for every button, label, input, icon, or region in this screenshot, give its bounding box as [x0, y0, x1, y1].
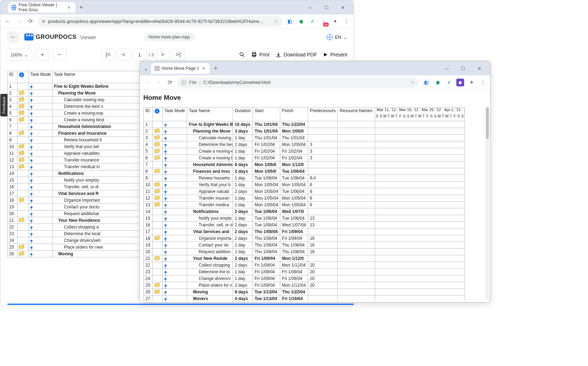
- close-button[interactable]: ✕: [474, 66, 485, 71]
- close-tab-icon[interactable]: ×: [201, 66, 206, 71]
- zoom-select[interactable]: 100%⌄: [7, 49, 32, 61]
- table-row[interactable]: 21Your New Reside2 daysFri 1/09/04Mon 1/…: [144, 255, 465, 262]
- cell-note: [153, 188, 163, 195]
- table-row[interactable]: 22Collect shopping2 daysFri 1/09/04Mon 1…: [144, 262, 465, 269]
- cell-predecessors: [308, 121, 337, 128]
- language-selector[interactable]: EN ⌄: [326, 34, 347, 40]
- extensions-button[interactable]: ✦: [468, 79, 475, 86]
- cell-duration: 6 days: [233, 161, 253, 168]
- url-input[interactable]: ⊕ products.groupdocs.app/viewer/app/?lan…: [38, 16, 282, 27]
- feedback-tab[interactable]: Feedback: [0, 94, 7, 116]
- maximize-button[interactable]: ☐: [458, 66, 468, 71]
- extension-icon[interactable]: ⌂16: [320, 18, 328, 25]
- reload-button[interactable]: ⟳: [26, 18, 34, 25]
- logo[interactable]: GROUPDOCS Viewer: [24, 33, 96, 41]
- maximize-button[interactable]: ☐: [321, 5, 332, 10]
- zoom-in-button[interactable]: +: [36, 49, 49, 61]
- cell-id: 14: [144, 208, 153, 215]
- table-row[interactable]: 14Notifications2 daysTue 1/06/04Wed 1/07…: [144, 208, 465, 215]
- page-input[interactable]: [132, 49, 146, 61]
- minimize-button[interactable]: —: [305, 5, 316, 10]
- new-tab-button[interactable]: +: [211, 64, 220, 73]
- pin-icon: [30, 139, 32, 141]
- table-row[interactable]: 1Five to Eight Weeks B16 daysThu 1/01/04…: [144, 121, 465, 128]
- vertical-scrollbar[interactable]: [485, 107, 490, 299]
- url-input[interactable]: i File | C:/Downloads/myConverted.html ☆: [177, 77, 419, 88]
- zoom-out-button[interactable]: −: [53, 49, 66, 61]
- reload-button[interactable]: ⟳: [166, 79, 174, 86]
- back-button[interactable]: ←: [4, 18, 12, 25]
- kebab-menu-icon[interactable]: ⋮: [342, 18, 350, 25]
- table-row[interactable]: 20Request addition1 dayThu 1/08/04Thu 1/…: [144, 249, 465, 255]
- new-tab-button[interactable]: +: [77, 3, 86, 12]
- cell-task-mode: [163, 202, 187, 208]
- table-row[interactable]: 5Create a moving-e1 dayFri 1/02/04Fri 1/…: [144, 148, 465, 155]
- search-button[interactable]: [239, 51, 245, 58]
- table-row[interactable]: 8Finances and Insu2 daysMon 1/05/0Tue 1/…: [144, 168, 465, 175]
- extension-icon[interactable]: ◉: [297, 18, 305, 25]
- kebab-menu-icon[interactable]: ⋮: [479, 79, 487, 86]
- extensions-button[interactable]: ✦: [331, 18, 339, 25]
- address-bar: ← → ⟳ i File | C:/Downloads/myConverted.…: [140, 75, 490, 90]
- cell-id: 19: [144, 242, 153, 249]
- table-row[interactable]: 12Transfer insuran1 dayMon 1/05/04Mon 1/…: [144, 195, 465, 202]
- cell-task-mode: [163, 188, 187, 195]
- table-row[interactable]: 26Moving8 daysTue 1/13/04Thu 1/22/04: [144, 289, 465, 295]
- present-button[interactable]: Present: [323, 52, 347, 57]
- site-info-icon[interactable]: ⊕: [42, 19, 45, 24]
- back-nav-button[interactable]: ←: [7, 31, 19, 43]
- table-row[interactable]: 7Household Adminis6 daysMon 1/05/0Mon 1/…: [144, 161, 465, 168]
- forward-button[interactable]: →: [15, 18, 23, 25]
- cell-task-mode: [163, 182, 187, 188]
- table-row[interactable]: 2Planning the Move3 daysThu 1/01/04Mon 1…: [144, 128, 465, 135]
- file-icon[interactable]: i: [181, 80, 186, 85]
- table-row[interactable]: 11Appraise valuab2 daysMon 1/05/04Tue 1/…: [144, 188, 465, 195]
- table-row[interactable]: 4Determine the best2 daysFri 1/02/04Mon …: [144, 141, 465, 148]
- last-page-button[interactable]: >|: [172, 49, 185, 61]
- cell-task-mode: [29, 211, 53, 217]
- extension-icon[interactable]: ◧: [422, 79, 430, 86]
- cell-timeline: [375, 182, 465, 188]
- table-row[interactable]: 17Vital Services and2 daysThu 1/08/04Fri…: [144, 228, 465, 235]
- star-icon[interactable]: ☆: [274, 19, 278, 24]
- extension-icon[interactable]: ◉: [434, 79, 442, 86]
- star-icon[interactable]: ☆: [410, 80, 415, 85]
- tab-search-button[interactable]: ⌄: [142, 65, 150, 72]
- cell-task-mode: [163, 168, 187, 175]
- extension-icon[interactable]: ◆: [456, 79, 464, 86]
- close-button[interactable]: ✕: [337, 5, 348, 10]
- extension-icon[interactable]: ◧: [286, 18, 294, 25]
- table-row[interactable]: 13Transfer medica1 dayMon 1/05/04Mon 1/0…: [144, 202, 465, 208]
- close-tab-icon[interactable]: ×: [67, 5, 72, 10]
- document-body[interactable]: ID i Task Mode Task Name Duration Start …: [140, 106, 490, 301]
- table-row[interactable]: 18Organize importa2 daysThu 1/08/04Fri 1…: [144, 235, 465, 242]
- table-row[interactable]: 24Change drivers/v1 dayFri 1/09/04Fri 1/…: [144, 275, 465, 282]
- table-row[interactable]: 27Movers4 daysTue 1/13/04Fri 1/16/04: [144, 295, 465, 302]
- prev-page-button[interactable]: <: [117, 49, 130, 61]
- download-button[interactable]: Download PDF: [275, 51, 317, 58]
- table-row[interactable]: 15Notify your emplo1 dayTue 1/06/04Tue 1…: [144, 215, 465, 222]
- next-page-button[interactable]: >: [156, 49, 169, 61]
- cell-finish: Wed 1/07/0: [280, 208, 308, 215]
- table-row[interactable]: 19Contact your do1 dayThu 1/08/04Thu 1/0…: [144, 242, 465, 249]
- browser-tab[interactable]: Free Online Viewer | Free Grou ×: [8, 2, 75, 13]
- table-row[interactable]: 16Transfer, sell, or d2 daysTue 1/06/04W…: [144, 222, 465, 228]
- first-page-button[interactable]: |<: [101, 49, 115, 61]
- extension-icon[interactable]: ✓: [445, 79, 453, 86]
- minimize-button[interactable]: —: [442, 66, 452, 71]
- browser-tab[interactable]: Home Move Page 1 ×: [151, 63, 210, 74]
- cell-duration: 1 day: [233, 215, 253, 222]
- table-row[interactable]: 25Place orders for n2 daysFri 1/09/04Mon…: [144, 282, 465, 289]
- cell-task-name: Create a moving b: [187, 155, 233, 161]
- extension-icon[interactable]: ✓: [308, 18, 316, 25]
- table-row[interactable]: 6Create a moving b1 dayFri 1/02/04Fri 1/…: [144, 155, 465, 161]
- cell-note: [18, 137, 29, 144]
- back-button[interactable]: ←: [143, 79, 151, 86]
- table-row[interactable]: 9Review househo1 dayTue 1/06/04Tue 1/06/…: [144, 175, 465, 182]
- cell-task-name: Verify that your b: [187, 182, 233, 188]
- table-row[interactable]: 10Verify that your b1 dayMon 1/05/04Mon …: [144, 182, 465, 188]
- forward-button[interactable]: →: [155, 79, 162, 86]
- table-row[interactable]: 23Determine the lo1 dayFri 1/09/04Fri 1/…: [144, 269, 465, 275]
- table-row[interactable]: 3Calculate moving e1 dayThu 1/01/04Thu 1…: [144, 135, 465, 141]
- print-button[interactable]: Print: [251, 51, 270, 58]
